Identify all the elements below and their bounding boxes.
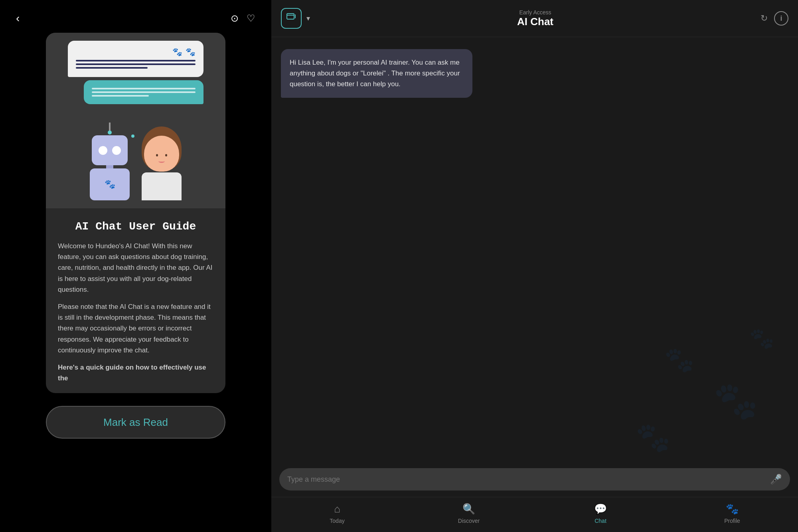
nav-item-profile[interactable]: 🐾 Profile <box>666 503 798 524</box>
guide-paragraph-2: Please note that the AI Chat is a new fe… <box>58 301 213 356</box>
message-input-area: 🎤 <box>271 462 798 497</box>
nav-item-chat[interactable]: 💬 Chat <box>535 503 666 524</box>
bubble-white: 🐾 🐾 <box>68 41 203 77</box>
robot-eye <box>112 146 121 155</box>
teal-line <box>92 91 196 93</box>
svg-rect-2 <box>295 14 296 18</box>
paw-icon-2: 🐾 <box>186 47 196 57</box>
left-panel: ‹ ⊙ ♡ 🐾 🐾 <box>0 0 271 532</box>
ai-chat-title: AI Chat <box>310 16 760 28</box>
ai-icon-button[interactable] <box>281 8 302 29</box>
guide-title: AI Chat User Guide <box>58 220 213 233</box>
bubble-teal <box>84 80 203 104</box>
microphone-icon[interactable]: 🎤 <box>770 474 782 485</box>
svg-rect-0 <box>287 14 294 19</box>
back-button[interactable]: ‹ <box>16 12 20 25</box>
paw-icon-1: 🐾 <box>172 47 182 57</box>
robot-connector <box>131 134 134 138</box>
card-content: AI Chat User Guide Welcome to Hundeo's A… <box>46 208 225 393</box>
paw-watermark-3: 🐾 <box>664 346 694 374</box>
nav-item-discover[interactable]: 🔍 Discover <box>403 503 535 524</box>
characters: 🐾 <box>68 123 203 200</box>
ai-icon <box>286 12 296 25</box>
header-icons: ⊙ ♡ <box>231 13 255 24</box>
header-right: ↻ i <box>760 11 788 26</box>
person-face <box>144 136 179 172</box>
download-icon[interactable]: ⊙ <box>231 13 239 24</box>
header-left: ▾ <box>281 8 310 29</box>
mark-as-read-button[interactable]: Mark as Read <box>46 406 225 439</box>
nav-item-today[interactable]: ⌂ Today <box>271 503 403 524</box>
guide-paragraph-3: Here's a quick guide on how to effective… <box>58 362 213 384</box>
profile-icon: 🐾 <box>726 503 739 515</box>
nav-label-profile: Profile <box>724 518 740 524</box>
nav-label-chat: Chat <box>595 518 606 524</box>
message-input[interactable] <box>287 475 765 484</box>
robot-paw-icon: 🐾 <box>105 179 115 190</box>
bubble-line <box>76 63 196 65</box>
left-header: ‹ ⊙ ♡ <box>0 0 271 33</box>
nav-label-discover: Discover <box>458 518 480 524</box>
message-input-wrapper: 🎤 <box>279 468 790 490</box>
bottom-nav: ⌂ Today 🔍 Discover 💬 Chat 🐾 Profile <box>271 497 798 532</box>
right-panel: ▾ Early Access AI Chat ↻ i 🐾 🐾 🐾 🐾 Hi Li… <box>271 0 798 532</box>
nav-label-today: Today <box>330 518 344 524</box>
early-access-label: Early Access <box>310 9 760 16</box>
teal-line <box>92 88 196 89</box>
bubble-line <box>76 67 148 69</box>
bubble-line <box>76 60 196 61</box>
right-header: ▾ Early Access AI Chat ↻ i <box>271 0 798 37</box>
card-illustration: 🐾 🐾 <box>46 33 225 208</box>
chat-icon: 💬 <box>594 503 607 515</box>
person-character <box>142 129 182 200</box>
discover-icon: 🔍 <box>462 503 475 515</box>
guide-card: 🐾 🐾 <box>46 33 225 393</box>
robot-head <box>92 135 128 165</box>
header-center: Early Access AI Chat <box>310 9 760 28</box>
heart-icon[interactable]: ♡ <box>247 13 255 24</box>
robot-character: 🐾 <box>90 123 130 200</box>
person-body <box>142 172 182 200</box>
paw-watermark-2: 🐾 <box>713 380 758 422</box>
ai-message-bubble: Hi Lisa Lee, I'm your personal AI traine… <box>281 49 472 98</box>
home-icon: ⌂ <box>334 503 340 515</box>
refresh-icon[interactable]: ↻ <box>760 13 768 24</box>
robot-eye <box>99 146 107 155</box>
paw-watermark-4: 🐾 <box>749 327 774 350</box>
teal-line <box>92 95 149 97</box>
paw-watermark-1: 🐾 <box>636 421 670 454</box>
guide-paragraph-1: Welcome to Hundeo's AI Chat! With this n… <box>58 241 213 295</box>
paw-watermarks: 🐾 🐾 🐾 🐾 <box>271 37 798 462</box>
robot-body: 🐾 <box>90 168 130 200</box>
chevron-down-icon[interactable]: ▾ <box>306 14 310 23</box>
info-icon[interactable]: i <box>774 11 788 26</box>
chat-area: 🐾 🐾 🐾 🐾 Hi Lisa Lee, I'm your personal A… <box>271 37 798 462</box>
speech-bubbles: 🐾 🐾 <box>68 41 203 104</box>
